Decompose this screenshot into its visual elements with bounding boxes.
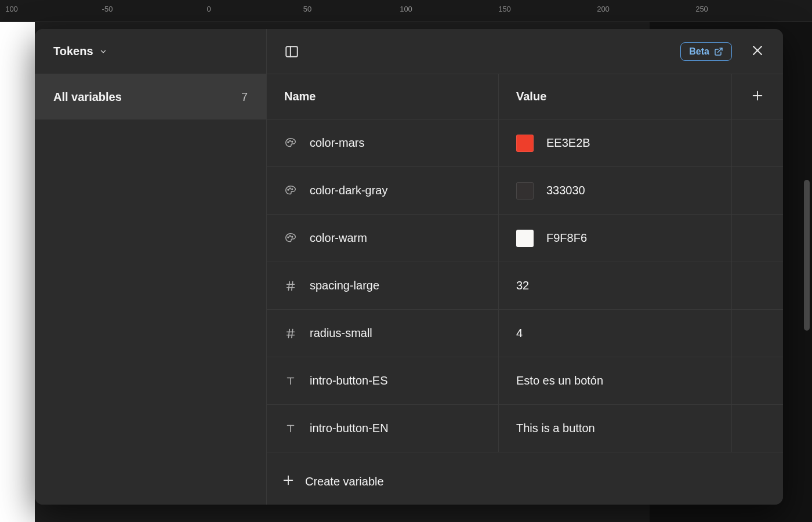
svg-point-15 [292,236,293,237]
variable-value-cell[interactable]: This is a button [499,405,732,452]
variable-row[interactable]: spacing-large32 [267,262,783,310]
svg-line-23 [292,329,293,338]
variable-value: F9F8F6 [546,231,587,245]
svg-point-8 [289,140,291,141]
variable-name-cell[interactable]: color-warm [267,215,499,262]
svg-rect-0 [286,46,298,56]
beta-badge[interactable]: Beta [680,42,732,61]
variable-row[interactable]: intro-button-ESEsto es un botón [267,357,783,405]
external-link-icon [714,47,723,56]
text-icon [284,375,297,387]
variable-name: intro-button-ES [310,374,388,387]
variable-name-cell[interactable]: color-mars [267,119,499,166]
table-header: Name Value [267,74,783,119]
column-header-name: Name [284,90,316,103]
ruler: 100 -50 0 50 100 150 200 250 [0,0,812,22]
panel-sidebar: Tokens All variables 7 [35,29,267,505]
color-swatch [516,135,534,152]
variable-value: Esto es un botón [516,374,603,387]
sidebar-item-all-variables[interactable]: All variables 7 [35,74,266,119]
variable-name: color-mars [310,136,364,150]
svg-point-14 [289,235,291,236]
close-button[interactable] [746,40,769,63]
ruler-tick: 50 [303,5,311,13]
beta-label: Beta [689,46,709,57]
variable-value-cell[interactable]: 32 [499,262,732,309]
variable-name-cell[interactable]: intro-button-ES [267,357,499,404]
svg-point-7 [288,142,289,143]
variable-row[interactable]: color-warmF9F8F6 [267,215,783,262]
variables-panel: Tokens All variables 7 Beta [35,29,783,505]
variable-value-cell[interactable]: 333030 [499,167,732,214]
svg-point-13 [288,237,289,238]
variable-value-cell[interactable]: 4 [499,310,732,357]
ruler-tick: 200 [597,5,610,13]
palette-icon [284,232,297,245]
variable-name-cell[interactable]: radius-small [267,310,499,357]
column-header-value: Value [516,90,546,103]
collection-title: Tokens [53,45,93,58]
variable-value-cell[interactable]: EE3E2B [499,119,732,166]
plus-icon [751,89,764,104]
row-trailing-cell [732,310,783,357]
variable-value: EE3E2B [546,136,590,150]
collection-dropdown[interactable]: Tokens [35,29,266,74]
svg-point-11 [289,187,291,188]
variable-value-cell[interactable]: Esto es un botón [499,357,732,404]
panel-toolbar: Beta [267,29,783,74]
variable-name-cell[interactable]: intro-button-EN [267,405,499,452]
ruler-tick: 250 [695,5,708,13]
ruler-tick: 0 [206,5,211,13]
variable-value: This is a button [516,422,595,435]
svg-line-2 [718,48,722,52]
svg-point-9 [292,141,293,142]
variable-value: 333030 [546,184,585,197]
svg-line-22 [288,329,289,338]
chevron-down-icon [99,48,107,56]
row-trailing-cell [732,167,783,214]
variable-row[interactable]: color-dark-gray333030 [267,167,783,215]
create-variable-label: Create variable [305,475,384,488]
color-swatch [516,182,534,200]
create-variable-button[interactable]: Create variable [267,458,783,505]
canvas-page [0,22,35,522]
variable-name: color-dark-gray [310,184,387,197]
text-icon [284,422,297,435]
variable-rows: color-marsEE3E2Bcolor-dark-gray333030col… [267,119,783,458]
sidebar-item-label: All variables [53,90,122,104]
svg-point-12 [292,188,293,190]
variable-value: 32 [516,279,529,292]
row-trailing-cell [732,262,783,309]
plus-icon [282,474,295,489]
variable-name: spacing-large [310,279,379,292]
row-trailing-cell [732,357,783,404]
palette-icon [284,184,297,197]
ruler-tick: -50 [102,5,113,13]
variable-name-cell[interactable]: color-dark-gray [267,167,499,214]
ruler-tick: 100 [5,5,18,13]
panel-main: Beta Name Value [267,29,783,505]
variable-name-cell[interactable]: spacing-large [267,262,499,309]
svg-point-10 [288,189,289,190]
variable-row[interactable]: color-marsEE3E2B [267,119,783,167]
variable-value-cell[interactable]: F9F8F6 [499,215,732,262]
palette-icon [284,137,297,150]
close-icon [751,44,764,60]
toggle-sidebar-button[interactable] [281,41,303,63]
scrollbar[interactable] [804,180,810,331]
svg-line-18 [288,281,289,290]
row-trailing-cell [732,119,783,166]
variable-value: 4 [516,327,523,340]
ruler-tick: 150 [498,5,511,13]
variable-row[interactable]: radius-small4 [267,310,783,357]
hash-icon [284,327,297,340]
row-trailing-cell [732,405,783,452]
variable-name: intro-button-EN [310,422,389,435]
variable-name: color-warm [310,231,367,245]
variable-name: radius-small [310,327,372,340]
add-mode-button[interactable] [746,86,768,108]
svg-line-19 [292,281,293,290]
hash-icon [284,280,297,292]
row-trailing-cell [732,215,783,262]
variable-row[interactable]: intro-button-ENThis is a button [267,405,783,452]
